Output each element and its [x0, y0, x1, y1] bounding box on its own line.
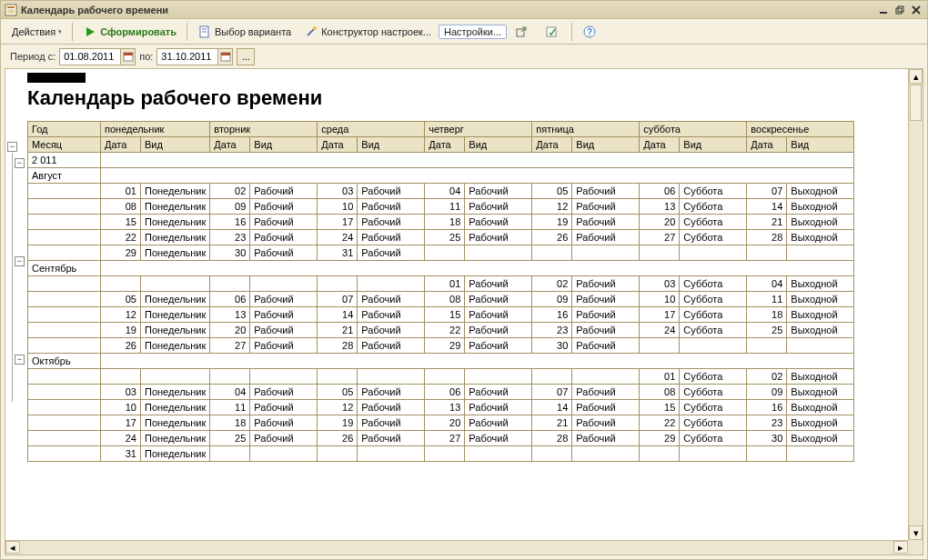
period-bar: Период с: по: ... — [1, 45, 927, 68]
col-date: Дата — [640, 137, 680, 153]
year-cell: 2 011 — [28, 153, 101, 168]
tool-button-1[interactable] — [509, 23, 537, 41]
type-cell: Рабочий — [358, 400, 425, 415]
table-row: Август — [28, 168, 854, 184]
chevron-down-icon: ▾ — [58, 28, 62, 35]
scroll-down-icon[interactable]: ▾ — [909, 525, 923, 540]
type-cell: Рабочий — [358, 292, 425, 307]
close-button[interactable] — [909, 4, 923, 16]
type-cell: Суббота — [680, 323, 747, 338]
date-cell — [425, 369, 465, 385]
empty-cell — [28, 431, 101, 446]
table-row: Сентябрь — [28, 261, 854, 276]
scroll-left-icon[interactable]: ◂ — [5, 541, 20, 554]
report-area[interactable]: − − − − Календарь рабочего времени Год п… — [5, 69, 908, 540]
date-cell: 27 — [210, 338, 250, 354]
empty-cell — [28, 323, 101, 338]
date-cell: 23 — [532, 323, 572, 338]
date-cell: 07 — [747, 184, 787, 199]
type-cell: Выходной — [787, 292, 854, 307]
vertical-scrollbar[interactable]: ▴ ▾ — [908, 69, 923, 540]
actions-menu[interactable]: Действия▾ — [6, 25, 67, 39]
title-marker — [27, 73, 86, 83]
collapse-month-aug-button[interactable]: − — [15, 158, 25, 168]
month-cell: Август — [28, 168, 101, 184]
date-from-input[interactable] — [60, 50, 120, 63]
scroll-thumb[interactable] — [910, 85, 922, 121]
type-cell: Выходной — [787, 199, 854, 215]
type-cell: Рабочий — [572, 385, 640, 400]
type-cell: Понедельник — [141, 199, 210, 215]
type-cell: Рабочий — [465, 307, 532, 323]
date-to-field[interactable] — [156, 48, 233, 65]
type-cell: Рабочий — [572, 276, 640, 292]
type-cell: Рабочий — [572, 431, 640, 446]
type-cell — [250, 276, 318, 292]
table-row: 12Понедельник13Рабочий14Рабочий15Рабочий… — [28, 307, 854, 323]
form-button[interactable]: Сформировать — [77, 23, 182, 41]
toolbar: Действия▾ Сформировать Выбор варианта Ко… — [1, 19, 927, 45]
type-cell: Рабочий — [250, 245, 318, 261]
col-type: Вид — [787, 137, 854, 153]
scroll-right-icon[interactable]: ▸ — [893, 541, 908, 554]
collapse-year-button[interactable]: − — [7, 142, 17, 152]
scroll-up-icon[interactable]: ▴ — [909, 69, 923, 84]
date-cell: 27 — [640, 230, 680, 245]
separator — [187, 23, 187, 41]
type-cell: Рабочий — [465, 400, 532, 415]
date-cell: 04 — [210, 385, 250, 400]
date-cell: 31 — [101, 446, 141, 462]
date-to-input[interactable] — [157, 50, 217, 63]
type-cell — [358, 446, 425, 462]
date-cell — [318, 446, 358, 462]
scroll-corner — [908, 540, 923, 555]
horizontal-scrollbar[interactable]: ◂ ▸ — [5, 540, 908, 555]
calendar-icon[interactable] — [217, 49, 232, 65]
date-cell — [101, 276, 141, 292]
date-cell: 11 — [210, 400, 250, 415]
month-cell: Сентябрь — [28, 261, 101, 276]
window-title: Календарь рабочего времени — [21, 5, 874, 15]
date-cell: 20 — [210, 323, 250, 338]
month-cell: Октябрь — [28, 354, 101, 369]
date-cell: 21 — [318, 323, 358, 338]
calendar-icon[interactable] — [120, 49, 135, 65]
date-cell: 14 — [532, 400, 572, 415]
tool-button-2[interactable] — [539, 23, 567, 41]
type-cell: Суббота — [680, 400, 747, 415]
date-from-field[interactable] — [59, 48, 136, 65]
type-cell: Рабочий — [572, 415, 640, 431]
date-cell: 26 — [532, 230, 572, 245]
empty-cell — [101, 168, 854, 184]
restore-button[interactable] — [893, 4, 907, 16]
date-cell: 25 — [425, 230, 465, 245]
help-button[interactable]: ? — [577, 23, 605, 41]
date-cell — [747, 446, 787, 462]
date-cell: 07 — [318, 292, 358, 307]
date-cell: 15 — [425, 307, 465, 323]
type-cell: Рабочий — [572, 307, 640, 323]
settings-button[interactable]: Настройки... — [439, 25, 507, 39]
wand-icon — [304, 25, 318, 39]
period-picker-button[interactable]: ... — [237, 48, 255, 65]
type-cell: Суббота — [680, 215, 747, 230]
date-cell: 21 — [747, 215, 787, 230]
form-label: Сформировать — [100, 26, 177, 37]
variant-button[interactable]: Выбор варианта — [192, 23, 297, 41]
table-row: 05Понедельник06Рабочий07Рабочий08Рабочий… — [28, 292, 854, 307]
constructor-button[interactable]: Конструктор настроек... — [298, 23, 437, 41]
table-row: 01Суббота02Выходной — [28, 369, 854, 385]
empty-cell — [28, 276, 101, 292]
table-row: 24Понедельник25Рабочий26Рабочий27Рабочий… — [28, 431, 854, 446]
date-cell: 29 — [425, 338, 465, 354]
type-cell: Рабочий — [465, 415, 532, 431]
collapse-month-oct-button[interactable]: − — [15, 355, 25, 365]
date-cell — [747, 245, 787, 261]
svg-rect-5 — [898, 6, 903, 12]
minimize-button[interactable] — [876, 4, 891, 16]
date-cell — [640, 245, 680, 261]
empty-cell — [28, 245, 101, 261]
collapse-month-sep-button[interactable]: − — [15, 256, 25, 266]
date-cell: 18 — [747, 307, 787, 323]
table-row: 29Понедельник30Рабочий31Рабочий — [28, 245, 854, 261]
